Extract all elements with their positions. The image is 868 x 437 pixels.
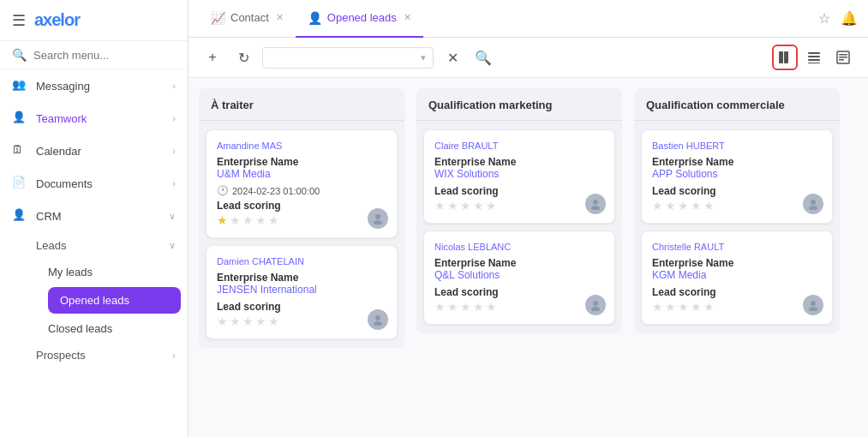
sidebar-item-teamwork[interactable]: 👤 Teamwork ›: [0, 102, 188, 135]
tab-contact[interactable]: 📈 Contact ✕: [199, 0, 296, 38]
sidebar-item-my-leads[interactable]: My leads: [48, 259, 188, 285]
star-icon: ★: [652, 300, 663, 314]
sidebar-item-leads[interactable]: Leads ∨: [36, 232, 188, 259]
star-icon: ★: [242, 314, 254, 328]
avatar-icon: [807, 299, 819, 311]
card-contact: Bastien HUBERT: [652, 141, 822, 151]
card-datetime: 🕐 2024-02-23 01:00:00: [217, 185, 386, 196]
kanban-card[interactable]: Bastien HUBERTEnterprise NameAPP Solutio…: [641, 129, 833, 224]
sidebar: ☰ axelor 🔍 👥 Messaging › 👤 Teamwork › 🗓 …: [0, 0, 189, 437]
avatar-icon: [590, 299, 602, 311]
avatar-icon: [807, 198, 819, 210]
avatar: [585, 295, 606, 315]
kanban-card[interactable]: Nicolas LEBLANCEnterprise NameQ&L Soluti…: [423, 230, 615, 325]
star-icon: ★: [460, 300, 471, 314]
kanban-view-button[interactable]: [772, 45, 798, 70]
card-enterprise-value: U&M Media: [217, 168, 386, 180]
chevron-right-icon: ›: [172, 146, 176, 156]
chevron-right-icon: ›: [172, 178, 176, 189]
add-button[interactable]: +: [201, 45, 224, 69]
star-icon: ★: [703, 199, 715, 213]
crm-submenu: Leads ∨ My leads Opened leads Closed lea…: [0, 232, 188, 368]
form-view-icon: [836, 51, 850, 64]
sidebar-item-opened-leads[interactable]: Opened leads: [48, 287, 181, 314]
card-stars: ★★★★★: [652, 199, 822, 213]
card-enterprise-label: Enterprise Name: [434, 156, 604, 168]
star-icon[interactable]: ☆: [818, 10, 830, 27]
tab-opened-leads-label: Opened leads: [327, 11, 397, 24]
star-icon: ★: [217, 314, 228, 328]
card-scoring-label: Lead scoring: [652, 286, 822, 298]
star-icon: ★: [678, 199, 689, 213]
tab-opened-leads[interactable]: 👤 Opened leads ✕: [296, 0, 423, 38]
star-icon: ★: [691, 300, 702, 314]
avatar-icon: [372, 314, 384, 326]
card-stars: ★★★★★: [434, 300, 604, 314]
dropdown-caret-icon[interactable]: ▾: [421, 52, 426, 63]
star-icon: ★: [486, 300, 497, 314]
star-icon: ★: [703, 300, 715, 314]
hamburger-icon[interactable]: ☰: [12, 11, 26, 30]
tabs-right-icons: ☆ 🔔: [818, 10, 858, 27]
svg-rect-5: [808, 63, 820, 63]
kanban-card[interactable]: Claire BRAULTEnterprise NameWIX Solution…: [423, 129, 615, 224]
sidebar-item-messaging[interactable]: 👥 Messaging ›: [0, 69, 188, 102]
column-cards: Amandine MASEnterprise NameU&M Media 🕐 2…: [199, 121, 404, 348]
svg-point-18: [811, 200, 816, 205]
sidebar-item-documents[interactable]: 📄 Documents ›: [0, 167, 188, 200]
svg-rect-1: [784, 51, 788, 63]
prospects-label: Prospects: [36, 349, 86, 362]
sidebar-search-container: 🔍: [0, 41, 188, 69]
card-enterprise-label: Enterprise Name: [652, 257, 822, 269]
svg-rect-4: [808, 59, 820, 61]
card-enterprise-label: Enterprise Name: [217, 156, 386, 168]
star-icon: ★: [473, 300, 484, 314]
tabs-bar: 📈 Contact ✕ 👤 Opened leads ✕ ☆ 🔔: [189, 0, 868, 38]
star-icon: ★: [652, 199, 663, 213]
sidebar-search-icon: 🔍: [12, 48, 27, 62]
bell-icon[interactable]: 🔔: [841, 10, 858, 27]
tab-opened-leads-close[interactable]: ✕: [404, 12, 411, 23]
sidebar-search-input[interactable]: [33, 49, 176, 62]
star-icon: ★: [255, 213, 266, 227]
kanban-column-qualification-commerciale: Qualification commercialeBastien HUBERTE…: [634, 88, 840, 333]
calendar-icon: 🗓: [12, 143, 27, 159]
refresh-button[interactable]: ↻: [231, 45, 255, 69]
sidebar-item-closed-leads[interactable]: Closed leads: [48, 315, 188, 342]
clock-icon: 🕐: [217, 185, 229, 196]
svg-rect-7: [839, 54, 847, 56]
kanban-card[interactable]: Christelle RAULTEnterprise NameKGM Media…: [641, 230, 833, 325]
svg-point-13: [374, 321, 382, 326]
card-stars: ★★★★★: [434, 199, 604, 213]
svg-point-15: [591, 206, 600, 210]
chevron-right-icon: ›: [172, 350, 176, 361]
sidebar-nav: 👥 Messaging › 👤 Teamwork › 🗓 Calendar › …: [0, 69, 188, 437]
star-icon: ★: [691, 199, 702, 213]
star-icon: ★: [230, 213, 241, 227]
star-icon: ★: [447, 300, 458, 314]
main-content: 📈 Contact ✕ 👤 Opened leads ✕ ☆ 🔔 + ↻ ▾ ✕…: [189, 0, 868, 437]
avatar: [803, 194, 823, 214]
card-enterprise-label: Enterprise Name: [652, 156, 822, 168]
star-icon: ★: [665, 300, 676, 314]
list-view-button[interactable]: [801, 45, 827, 70]
kanban-card[interactable]: Damien CHATELAINEnterprise NameJENSEN In…: [206, 245, 398, 339]
avatar: [803, 295, 823, 315]
card-enterprise-value: APP Solutions: [652, 168, 822, 180]
star-icon: ★: [473, 199, 484, 213]
kanban-card[interactable]: Amandine MASEnterprise NameU&M Media 🕐 2…: [206, 129, 398, 238]
toolbar: + ↻ ▾ ✕ 🔍: [189, 38, 868, 78]
column-cards: Claire BRAULTEnterprise NameWIX Solution…: [416, 121, 622, 333]
form-view-button[interactable]: [830, 45, 856, 70]
clear-search-button[interactable]: ✕: [440, 45, 464, 69]
sidebar-item-crm[interactable]: 👤 CRM ∨: [0, 200, 188, 232]
tab-contact-close[interactable]: ✕: [276, 12, 284, 23]
column-header: À traiter: [199, 88, 404, 121]
sidebar-item-prospects[interactable]: Prospects ›: [36, 342, 188, 368]
card-contact: Christelle RAULT: [652, 242, 822, 252]
app-logo: axelor: [34, 10, 80, 30]
sidebar-item-calendar[interactable]: 🗓 Calendar ›: [0, 135, 188, 167]
search-button[interactable]: 🔍: [471, 45, 495, 69]
card-enterprise-value: WIX Solutions: [434, 168, 604, 180]
toolbar-search-input[interactable]: [270, 51, 417, 64]
